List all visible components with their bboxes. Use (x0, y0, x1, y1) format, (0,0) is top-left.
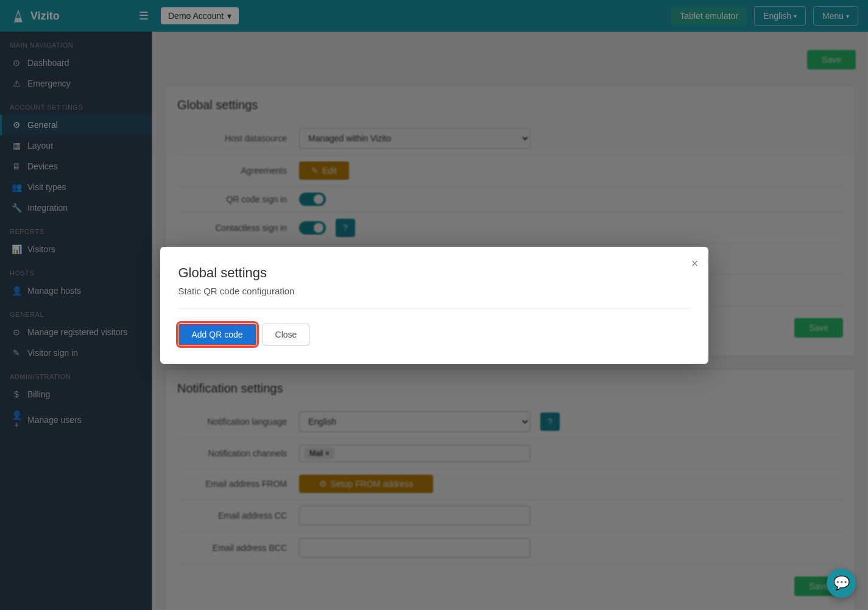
modal-overlay[interactable]: × Global settings Static QR code configu… (0, 0, 868, 610)
modal-subtitle: Static QR code configuration (178, 286, 690, 296)
modal-actions: Add QR code Close (178, 324, 690, 346)
chat-bubble[interactable]: 💬 (827, 569, 856, 598)
modal-dialog: × Global settings Static QR code configu… (160, 247, 708, 364)
modal-close-button[interactable]: × (691, 257, 699, 271)
chat-icon: 💬 (833, 575, 850, 591)
modal-divider (178, 308, 690, 309)
add-qr-code-button[interactable]: Add QR code (178, 324, 256, 346)
modal-close-action-button[interactable]: Close (263, 324, 310, 346)
modal-title: Global settings (178, 265, 690, 281)
